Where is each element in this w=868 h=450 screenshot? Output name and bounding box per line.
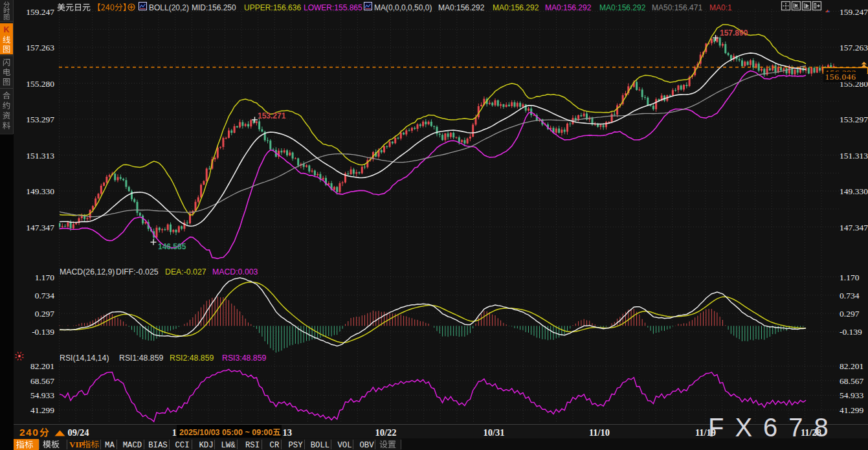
svg-text:2025/10/03 05:00 ~ 09:00: 2025/10/03 05:00 ~ 09:00	[179, 428, 273, 437]
svg-text:PSY: PSY	[288, 441, 303, 450]
svg-text:82.201: 82.201	[30, 361, 54, 371]
svg-text:11/10: 11/10	[589, 427, 610, 438]
svg-text:10/31: 10/31	[483, 427, 504, 438]
svg-text:0.734: 0.734	[35, 291, 55, 300]
svg-text:13: 13	[283, 427, 293, 438]
svg-text:LOWER:155.865: LOWER:155.865	[304, 3, 362, 12]
svg-text:157.890: 157.890	[720, 28, 748, 38]
svg-text:-0.139: -0.139	[840, 327, 862, 337]
svg-text:MA: MA	[105, 441, 115, 450]
svg-text:MA0:1: MA0:1	[709, 3, 732, 12]
svg-text:147.347: 147.347	[26, 223, 54, 232]
svg-text:0.297: 0.297	[35, 309, 55, 319]
svg-text:BOLL: BOLL	[311, 441, 330, 450]
svg-text:DEA:-0.027: DEA:-0.027	[165, 267, 206, 276]
svg-text:CR: CR	[270, 441, 280, 450]
svg-text:K: K	[3, 25, 9, 34]
svg-text:151.313: 151.313	[26, 151, 54, 161]
svg-text:10/22: 10/22	[375, 427, 396, 438]
svg-text:151.313: 151.313	[840, 151, 868, 161]
svg-text:RSI2:48.859: RSI2:48.859	[170, 354, 214, 363]
svg-text:MA(0,0,0,0,50,0): MA(0,0,0,0,50,0)	[374, 3, 432, 12]
svg-text:146.585: 146.585	[158, 242, 186, 251]
svg-text:MA0:156.292: MA0:156.292	[438, 3, 485, 12]
svg-text:157.263: 157.263	[26, 43, 54, 52]
svg-text:41.299: 41.299	[30, 405, 54, 415]
svg-text:1: 1	[172, 427, 177, 438]
svg-text:DIFF:-0.025: DIFF:-0.025	[116, 267, 159, 276]
svg-text:153.271: 153.271	[258, 111, 286, 120]
svg-text:54.933: 54.933	[30, 390, 54, 400]
svg-text:159.247: 159.247	[26, 7, 54, 17]
svg-text:RSI(14,14,14): RSI(14,14,14)	[60, 354, 109, 363]
svg-text:MACD:0.003: MACD:0.003	[212, 267, 258, 276]
svg-text:09/24: 09/24	[67, 427, 89, 438]
svg-text:-0.139: -0.139	[32, 327, 54, 337]
svg-text:RSI3:48.859: RSI3:48.859	[222, 354, 267, 363]
svg-text:159.247: 159.247	[840, 7, 868, 17]
svg-text:VIP: VIP	[69, 440, 83, 449]
svg-text:MA0:156.292: MA0:156.292	[545, 3, 592, 12]
svg-text:BOLL(20,2): BOLL(20,2)	[149, 3, 189, 12]
svg-text:156.046: 156.046	[825, 72, 856, 82]
svg-text:1.170: 1.170	[840, 273, 860, 282]
svg-text:153.297: 153.297	[840, 115, 868, 124]
svg-text:1.170: 1.170	[35, 273, 55, 282]
svg-text:0.297: 0.297	[840, 309, 860, 319]
svg-text:MA50:156.471: MA50:156.471	[652, 3, 702, 12]
svg-text:149.330: 149.330	[840, 186, 868, 196]
svg-text:155.280: 155.280	[26, 79, 54, 89]
svg-text:68.567: 68.567	[30, 376, 54, 386]
svg-text:MACD: MACD	[123, 441, 142, 450]
svg-text:LW&: LW&	[221, 441, 236, 450]
svg-text:OBV: OBV	[359, 441, 374, 450]
svg-text:68.567: 68.567	[840, 376, 863, 386]
svg-text:240: 240	[19, 427, 39, 438]
svg-text:149.330: 149.330	[26, 186, 54, 196]
svg-text:RSI1:48.859: RSI1:48.859	[119, 354, 164, 363]
svg-text:147.347: 147.347	[840, 223, 868, 232]
svg-text:MA0:156.292: MA0:156.292	[599, 3, 646, 12]
svg-text:BIAS: BIAS	[148, 441, 168, 450]
svg-text:MA0:156.292: MA0:156.292	[493, 3, 539, 12]
svg-text:VOL: VOL	[337, 441, 351, 450]
svg-text:CCI: CCI	[175, 441, 189, 450]
svg-text:UPPER:156.636: UPPER:156.636	[244, 3, 301, 12]
svg-text:82.201: 82.201	[840, 361, 863, 371]
svg-text:MACD(26,12,9): MACD(26,12,9)	[60, 267, 115, 276]
svg-text:153.297: 153.297	[26, 115, 54, 124]
svg-text:KDJ: KDJ	[199, 441, 213, 450]
svg-text:0.734: 0.734	[840, 291, 860, 300]
svg-text:RSI: RSI	[245, 441, 260, 450]
svg-text:41.299: 41.299	[840, 405, 863, 415]
svg-text:MID:156.250: MID:156.250	[192, 3, 236, 12]
svg-text:157.263: 157.263	[840, 43, 868, 52]
svg-text:FX678: FX678	[708, 413, 840, 442]
svg-text:54.933: 54.933	[840, 390, 863, 400]
